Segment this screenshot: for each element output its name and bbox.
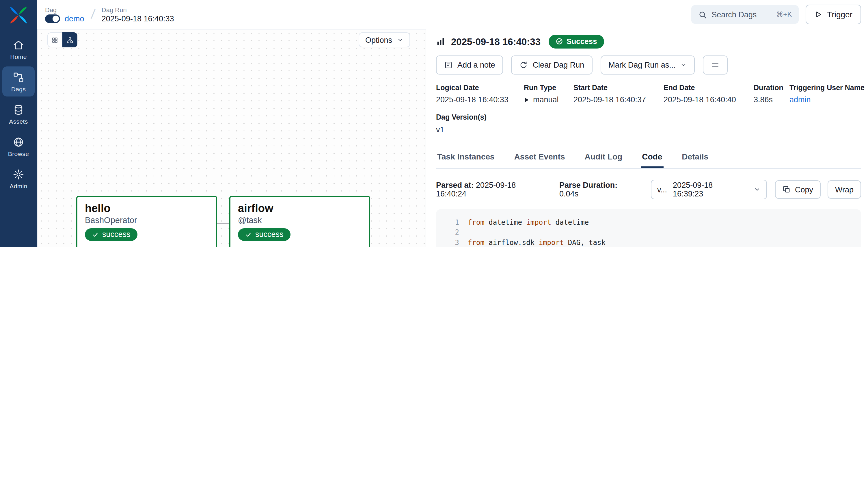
panel-menu-button[interactable] [703, 55, 728, 75]
parsed-at: Parsed at: 2025-09-18 16:40:24 [436, 181, 544, 198]
search-label: Search Dags [711, 10, 756, 19]
field-end-date: End Date 2025-09-18 16:40:40 [664, 84, 748, 104]
grid-view-button[interactable] [47, 32, 62, 48]
tab-asset-events[interactable]: Asset Events [513, 146, 566, 168]
search-icon [698, 10, 707, 19]
dag-graph-panel: Options hello BashOperator success airfl… [37, 29, 426, 247]
dags-icon [13, 72, 24, 83]
bar-chart-icon [436, 37, 445, 46]
chevron-down-icon [754, 186, 761, 193]
play-icon [524, 97, 530, 102]
code-toolbar: Parsed at: 2025-09-18 16:40:24 Parse Dur… [436, 180, 861, 200]
run-metadata: Logical Date 2025-09-18 16:40:33 Run Typ… [436, 84, 861, 104]
mark-dag-run-as-button[interactable]: Mark Dag Run as... [600, 55, 695, 75]
wrap-button[interactable]: Wrap [828, 180, 861, 199]
chevron-down-icon [680, 62, 687, 68]
section-divider [436, 143, 861, 143]
tab-task-instances[interactable]: Task Instances [436, 146, 496, 168]
sidebar-item-home[interactable]: Home [2, 34, 35, 64]
sidebar-item-label: Dags [11, 86, 26, 92]
sidebar-item-browse[interactable]: Browse [2, 131, 35, 161]
sidebar-item-label: Admin [9, 183, 27, 190]
check-circle-icon [556, 38, 563, 45]
gear-icon [13, 169, 24, 180]
sidebar-item-admin[interactable]: Admin [2, 164, 35, 193]
copy-icon [783, 186, 791, 193]
dag-run-label: Dag Run [102, 6, 174, 13]
search-shortcut: ⌘+K [776, 11, 792, 18]
run-title: 2025-09-18 16:40:33 [451, 36, 540, 47]
sidebar-nav: Home Dags Assets Browse [0, 33, 37, 195]
dag-label: Dag [45, 6, 84, 13]
check-icon [92, 231, 99, 238]
airflow-logo-icon[interactable] [9, 5, 28, 25]
check-icon [245, 231, 252, 238]
field-run-type: Run Type manual [524, 84, 568, 104]
add-note-button[interactable]: Add a note [436, 55, 503, 75]
dag-name-link[interactable]: demo [65, 14, 84, 23]
sidebar: Home Dags Assets Browse [0, 0, 37, 247]
sidebar-item-label: Home [10, 53, 27, 60]
grid-icon [52, 36, 58, 44]
hamburger-icon [711, 61, 719, 69]
tab-audit-log[interactable]: Audit Log [584, 146, 624, 168]
play-icon [814, 11, 822, 18]
task-node-operator: @task [238, 215, 361, 225]
dag-pause-toggle[interactable] [45, 14, 60, 23]
globe-icon [13, 136, 24, 148]
tab-bar: Task Instances Asset Events Audit Log Co… [436, 146, 861, 169]
code-block: 1from datetime import datetime2 3from ai… [445, 218, 852, 247]
tab-details[interactable]: Details [680, 146, 709, 168]
task-node-title: hello [85, 202, 209, 215]
sidebar-item-label: Browse [8, 150, 29, 157]
chevron-down-icon [397, 36, 404, 43]
copy-button[interactable]: Copy [775, 180, 821, 199]
breadcrumb-dag: Dag demo [45, 6, 84, 23]
task-node-title: airflow [238, 202, 361, 215]
search-dags-button[interactable]: Search Dags ⌘+K [691, 5, 799, 24]
run-actions: Add a note Clear Dag Run Mark Dag Run as… [436, 55, 861, 75]
trigger-button[interactable]: Trigger [806, 5, 861, 24]
graph-view-button[interactable] [62, 32, 77, 48]
dag-source-code[interactable]: 1from datetime import datetime2 3from ai… [436, 209, 861, 247]
field-logical-date: Logical Date 2025-09-18 16:40:33 [436, 84, 518, 104]
dag-version: Dag Version(s) v1 [436, 113, 861, 134]
breadcrumb-dag-run: Dag Run 2025-09-18 16:40:33 [102, 6, 174, 23]
breadcrumb-separator: / [90, 7, 96, 22]
field-triggering-user: Triggering User Name admin [789, 84, 865, 104]
database-icon [13, 104, 24, 116]
redo-icon [519, 61, 528, 69]
task-node-airflow[interactable]: airflow @task success [229, 196, 370, 247]
task-status-badge: success [238, 228, 291, 241]
field-duration: Duration 3.86s [754, 84, 784, 104]
run-header: 2025-09-18 16:40:33 Success [436, 32, 861, 51]
trigger-label: Trigger [827, 10, 852, 19]
task-edge [217, 223, 229, 224]
dag-run-value: 2025-09-18 16:40:33 [102, 14, 174, 23]
clear-dag-run-button[interactable]: Clear Dag Run [511, 55, 593, 75]
graph-options-button[interactable]: Options [359, 32, 410, 48]
sidebar-item-dags[interactable]: Dags [2, 66, 35, 96]
options-label: Options [365, 36, 392, 44]
home-icon [13, 39, 24, 51]
task-node-operator: BashOperator [85, 215, 209, 225]
note-icon [444, 61, 453, 69]
task-node-hello[interactable]: hello BashOperator success [76, 196, 217, 247]
run-status-badge: Success [549, 35, 604, 49]
dag-run-detail-panel: 2025-09-18 16:40:33 Success Add a note C… [427, 29, 868, 247]
sidebar-item-assets[interactable]: Assets [2, 99, 35, 129]
app-window: Home Dags Assets Browse [0, 0, 868, 247]
field-start-date: Start Date 2025-09-18 16:40:37 [573, 84, 658, 104]
tab-code[interactable]: Code [641, 146, 663, 168]
triggering-user-link[interactable]: admin [789, 95, 811, 104]
graph-icon [66, 36, 73, 44]
graph-mode-switcher [47, 32, 77, 48]
dag-version-select[interactable]: v... 2025-09-18 16:39:23 [651, 180, 767, 200]
top-bar: Dag demo / Dag Run 2025-09-18 16:40:33 S… [37, 0, 868, 29]
sidebar-item-label: Assets [9, 118, 28, 125]
parse-duration: Parse Duration: 0.04s [559, 181, 636, 198]
task-status-badge: success [85, 228, 137, 241]
